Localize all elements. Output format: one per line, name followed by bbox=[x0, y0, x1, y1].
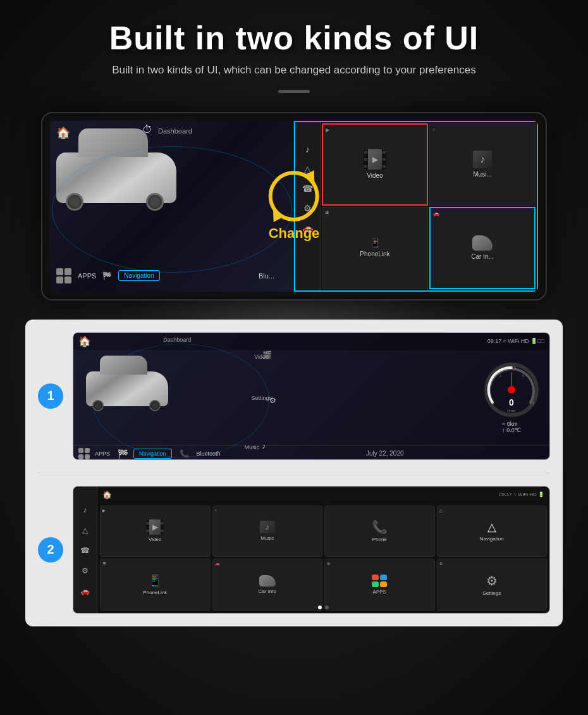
ui2-apps-icon bbox=[372, 575, 387, 587]
svg-text:0: 0 bbox=[492, 401, 494, 405]
ui1-screen: 🏠 09:17 ≈ WiFi HD 🔋□□ Dashboard 🎬 Video … bbox=[73, 332, 550, 460]
ui2-settings-label: Settings bbox=[482, 590, 501, 596]
svg-text:r/min: r/min bbox=[507, 409, 515, 413]
ui2-music-icon: ♪ bbox=[260, 521, 275, 533]
ui2-sidebar-music: ♪ bbox=[83, 506, 87, 514]
ui2-sidebar-nav: △ bbox=[82, 526, 88, 535]
dot-1 bbox=[318, 606, 322, 609]
ui2-sidebar-car: 🚗 bbox=[80, 587, 90, 595]
ui2-music-item[interactable]: ♪ ♪ Music bbox=[212, 506, 323, 557]
ui1-topbar-right: 09:17 ≈ WiFi HD 🔋□□ bbox=[487, 338, 544, 344]
ui2-display: ♪ △ ☎ ⚙ 🚗 🏠 09:17 ≈ WiFi HD 🔋 bbox=[73, 487, 549, 613]
svg-text:4 5: 4 5 bbox=[511, 366, 516, 370]
ui2-phonelink-icon: 📱 bbox=[148, 574, 162, 588]
ui2-video-item[interactable]: ▶ Video bbox=[100, 506, 211, 557]
combined-screen-wrapper: 🏠 ⏱ Dashboard APPS 🏁 Navigatio bbox=[41, 112, 547, 301]
ui2-carinfo-label: Car Info bbox=[259, 588, 276, 594]
speedometer: 0 r/min 0 3 4 5 6 7 8 bbox=[483, 361, 540, 418]
ui1-home-icon: 🏠 bbox=[78, 335, 91, 347]
ui2-music-label: Music bbox=[260, 535, 274, 541]
ui2-apps-label: APPS bbox=[373, 589, 386, 595]
mini-car-body bbox=[86, 371, 168, 406]
mini-car-roof bbox=[100, 356, 147, 375]
ui2-navigation-item[interactable]: △ △ Navigation bbox=[437, 506, 548, 557]
circle-1: 1 bbox=[38, 383, 63, 409]
svg-text:0: 0 bbox=[509, 397, 514, 407]
phonelink-icon: 📱 bbox=[370, 238, 381, 248]
ui-right-panel: 🏠 ♪ △ ☎ ⚙ 🚗 ▶ Video bbox=[294, 121, 538, 292]
carinfo-icon bbox=[472, 235, 493, 251]
ui2-phone-icon: 📞 bbox=[372, 519, 388, 535]
settings-orbit-label: Settings bbox=[251, 395, 272, 401]
right-grid: ▶ Video ♪ ♪ Musi... 📱 🖥 PhoneLink 🚗 Car … bbox=[321, 122, 537, 290]
ui2-video-label: Video bbox=[149, 537, 161, 542]
orbit-arc bbox=[52, 146, 292, 273]
ui2-phone-item[interactable]: 📞 Phone bbox=[324, 506, 435, 557]
mini-wheel-right bbox=[149, 400, 161, 411]
change-label: Change bbox=[269, 225, 320, 242]
ui1-date: July 22, 2020 bbox=[226, 450, 544, 457]
video-orbit-label: Video bbox=[254, 354, 269, 360]
svg-text:7 8: 7 8 bbox=[530, 401, 534, 405]
left-dashboard-label: Dashboard bbox=[158, 127, 192, 135]
svg-text:6: 6 bbox=[522, 374, 524, 378]
ui1-main: Dashboard 🎬 Video ⚙ Settings ♪ Music bbox=[73, 350, 474, 445]
left-apps-label: APPS bbox=[78, 272, 96, 280]
stat-km: ≈ 0km bbox=[502, 421, 521, 427]
ui2-sidebar-phone: ☎ bbox=[80, 546, 90, 555]
bottom-section: 1 🏠 09:17 ≈ WiFi HD 🔋□□ Dashboard 🎬 Vide bbox=[25, 320, 563, 626]
ui1-apps-grid bbox=[78, 448, 90, 459]
ui2-screen-wrapper: ♪ △ ☎ ⚙ 🚗 🏠 09:17 ≈ WiFi HD 🔋 bbox=[73, 486, 550, 614]
ui2-nav-icon: △ bbox=[487, 520, 496, 534]
ui2-phonelink-label: PhoneLink bbox=[143, 590, 167, 595]
sidebar-music-icon: ♪ bbox=[305, 144, 310, 154]
speedo-stats: ≈ 0km ↑ 0.0℃ bbox=[502, 421, 521, 433]
ui2-status: ≈ WiFi HD 🔋 bbox=[513, 492, 544, 497]
ui1-topbar: 🏠 09:17 ≈ WiFi HD 🔋□□ bbox=[73, 333, 549, 350]
change-overlay: Change bbox=[269, 171, 320, 242]
ui-left-panel: 🏠 ⏱ Dashboard APPS 🏁 Navigatio bbox=[50, 121, 294, 292]
grid-carinfo[interactable]: 🚗 Car In... bbox=[429, 207, 536, 289]
change-circle bbox=[269, 171, 319, 221]
grid-video-label: Video bbox=[367, 172, 383, 179]
grid-video[interactable]: ▶ Video bbox=[322, 123, 428, 206]
grid-phonelink-label: PhoneLink bbox=[360, 251, 389, 258]
change-arrow-bottom bbox=[268, 210, 284, 225]
dot-indicators bbox=[97, 603, 549, 612]
music-icon: ♪ bbox=[473, 151, 492, 168]
ui2-video-icon bbox=[146, 519, 164, 535]
ui1-apps-label: APPS bbox=[95, 451, 110, 457]
grid-music[interactable]: ♪ ♪ Musi... bbox=[429, 123, 536, 206]
dashboard-orbit-label: Dashboard bbox=[163, 337, 191, 343]
left-bottom-bar: APPS 🏁 Navigation Blu... bbox=[50, 260, 293, 292]
screen-divider bbox=[38, 473, 550, 473]
speedometer-svg: 0 r/min 0 3 4 5 6 7 8 bbox=[483, 361, 540, 418]
left-nav-badge: Navigation bbox=[118, 270, 159, 281]
grid-phonelink[interactable]: 📱 🖥 PhoneLink bbox=[322, 207, 428, 289]
apps-grid-icon bbox=[56, 268, 71, 283]
ui2-phone-label: Phone bbox=[372, 537, 387, 542]
left-home-icon: 🏠 bbox=[56, 126, 70, 140]
page-header: Built in two kinds of UI Built in two ki… bbox=[0, 0, 588, 99]
svg-text:3: 3 bbox=[499, 374, 501, 378]
mini-wheel-left bbox=[92, 400, 104, 411]
ui2-time: 09:17 bbox=[499, 492, 511, 497]
grid-carinfo-label: Car In... bbox=[471, 253, 494, 260]
main-title: Built in two kinds of UI bbox=[13, 19, 575, 57]
video-film-icon bbox=[364, 149, 386, 170]
ui2-topbar: 🏠 09:17 ≈ WiFi HD 🔋 bbox=[97, 487, 549, 503]
music-orbit-label: Music bbox=[244, 444, 259, 451]
divider-pill bbox=[278, 90, 310, 93]
ui2-row: 2 ♪ △ ☎ ⚙ 🚗 🏠 09:17 ≈ WiFi HD 🔋 bbox=[38, 486, 550, 614]
ui2-sidebar: ♪ △ ☎ ⚙ 🚗 bbox=[73, 487, 97, 613]
grid-music-label: Musi... bbox=[473, 171, 491, 178]
music-orbit-icon: ♪ bbox=[262, 442, 266, 451]
ui1-row: 1 🏠 09:17 ≈ WiFi HD 🔋□□ Dashboard 🎬 Vide bbox=[38, 332, 550, 460]
ui1-right-panel: 0 r/min 0 3 4 5 6 7 8 ≈ 0km bbox=[474, 350, 549, 445]
ui2-nav-label: Navigation bbox=[480, 536, 504, 542]
flag-icon: 🏁 bbox=[118, 449, 128, 459]
left-bluetooth-label: Blu... bbox=[259, 272, 274, 280]
ui1-car bbox=[86, 363, 175, 407]
ui2-carinfo-icon bbox=[259, 575, 276, 587]
circle-2: 2 bbox=[38, 537, 63, 563]
